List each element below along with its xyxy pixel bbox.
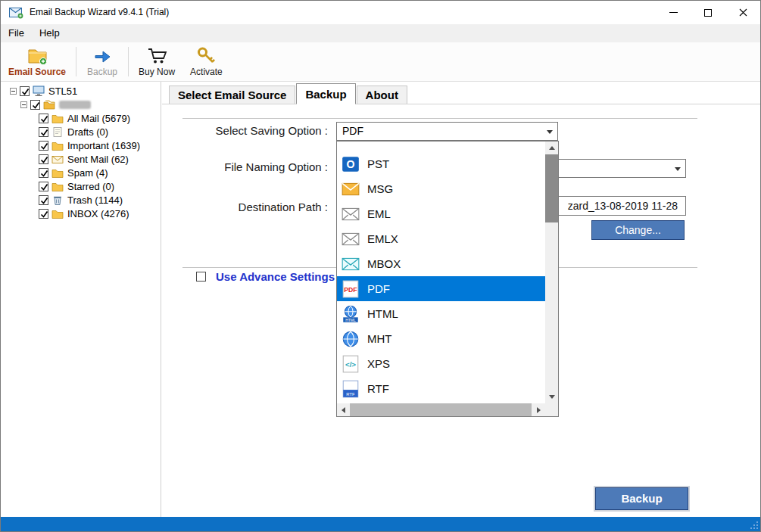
saving-option-label: Select Saving Option :	[182, 124, 328, 137]
dropdown-options: O PST MSG EML EMLX	[337, 142, 545, 403]
option-rtf[interactable]: RTF RTF	[337, 376, 545, 401]
chevron-down-icon	[675, 167, 681, 171]
minimize-icon	[669, 12, 678, 13]
activate-button[interactable]: Activate	[182, 42, 230, 81]
option-msg[interactable]: MSG	[337, 176, 545, 201]
option-label: HTML	[367, 307, 398, 320]
option-pst[interactable]: O PST	[337, 151, 545, 176]
scrollbar-corner	[545, 403, 558, 416]
note-icon	[51, 126, 64, 138]
folder-checkbox[interactable]	[39, 141, 48, 151]
folder-checkbox[interactable]	[39, 127, 48, 137]
option-label: EMLX	[367, 232, 398, 245]
option-mbox[interactable]: MBOX	[337, 251, 545, 276]
resize-grip[interactable]	[749, 520, 759, 530]
root-checkbox[interactable]	[20, 86, 30, 96]
html-icon: HTML	[341, 304, 360, 324]
vertical-scroll-thumb[interactable]	[545, 154, 558, 222]
arrow-up-icon	[549, 146, 555, 150]
option-mht[interactable]: MHT	[337, 326, 545, 351]
tab-select-email-source[interactable]: Select Email Source	[169, 86, 295, 104]
email-source-button[interactable]: Email Source	[1, 42, 73, 81]
backup-toolbar-label: Backup	[87, 67, 117, 77]
folder-checkbox[interactable]	[39, 168, 48, 178]
tab-backup[interactable]: Backup	[296, 83, 355, 104]
scroll-right-button[interactable]	[532, 403, 545, 416]
tree-root-row[interactable]: STL51	[10, 84, 77, 98]
cart-icon	[147, 45, 167, 66]
change-button[interactable]: Change...	[591, 220, 685, 240]
maximize-button[interactable]	[691, 1, 725, 24]
folder-checkbox[interactable]	[39, 154, 48, 164]
arrow-right-icon	[537, 407, 541, 413]
option-xps[interactable]: </> XPS	[337, 351, 545, 376]
option-pdf[interactable]: PDF PDF	[337, 276, 545, 301]
option-emlx[interactable]: EMLX	[337, 226, 545, 251]
email-source-label: Email Source	[8, 67, 66, 77]
folder-icon	[51, 167, 64, 179]
close-button[interactable]	[725, 1, 760, 24]
eml-icon	[341, 204, 360, 224]
pdf-icon: PDF	[341, 279, 360, 299]
folder-icon	[51, 208, 64, 219]
tree-folder-spam[interactable]: Spam (4)	[39, 166, 108, 179]
account-name-redacted	[59, 101, 91, 109]
scroll-up-button[interactable]	[545, 142, 558, 154]
horizontal-scrollbar[interactable]	[337, 403, 545, 416]
close-icon	[739, 8, 747, 17]
scroll-down-button[interactable]	[545, 390, 558, 403]
folders-stack-icon	[43, 99, 55, 110]
option-eml[interactable]: EML	[337, 201, 545, 226]
folder-icon	[51, 113, 64, 124]
vertical-scrollbar[interactable]	[545, 142, 558, 403]
tab-strip: Select Email Source Backup About	[162, 83, 760, 104]
advance-settings-checkbox[interactable]	[196, 272, 206, 282]
menu-help[interactable]: Help	[32, 24, 67, 42]
backup-toolbar-button[interactable]: Backup	[79, 42, 126, 81]
key-icon	[196, 45, 217, 66]
rtf-icon: RTF	[341, 379, 360, 399]
option-html[interactable]: HTML HTML	[337, 301, 545, 326]
option-label: XPS	[367, 357, 390, 370]
scroll-left-button[interactable]	[337, 403, 350, 416]
folder-checkbox[interactable]	[39, 182, 48, 191]
account-checkbox[interactable]	[30, 100, 40, 110]
mbox-icon	[341, 254, 360, 274]
minimize-button[interactable]	[656, 1, 691, 24]
menu-bar: File Help	[1, 24, 760, 42]
tree-folder-drafts[interactable]: Drafts (0)	[39, 125, 108, 138]
tab-about[interactable]: About	[357, 86, 407, 104]
saving-option-dropdown-list: O PST MSG EML EMLX	[336, 141, 559, 417]
svg-text:O: O	[347, 158, 355, 170]
tree-folder-trash[interactable]: Trash (1144)	[39, 193, 123, 207]
option-label: MHT	[367, 332, 392, 345]
option-label: RTF	[367, 382, 389, 395]
folder-checkbox[interactable]	[39, 209, 48, 219]
tree-folder-label: Drafts (0)	[67, 126, 108, 138]
status-bar	[1, 517, 760, 531]
tree-folder-sent-mail[interactable]: Sent Mail (62)	[39, 152, 129, 166]
saving-option-combobox[interactable]: PDF	[336, 122, 558, 141]
folder-icon	[51, 181, 64, 192]
folder-checkbox[interactable]	[39, 195, 48, 205]
toolbar-separator	[128, 47, 129, 76]
tree-folder-label: Sent Mail (62)	[67, 154, 129, 165]
menu-file[interactable]: File	[1, 24, 32, 42]
horizontal-scroll-thumb[interactable]	[350, 403, 532, 416]
collapse-icon[interactable]	[20, 101, 27, 108]
tree-folder-inbox[interactable]: INBOX (4276)	[39, 207, 129, 220]
tree-folder-important[interactable]: Important (1639)	[39, 138, 140, 152]
backup-button[interactable]: Backup	[595, 487, 688, 510]
buy-now-button[interactable]: Buy Now	[131, 42, 182, 81]
svg-text:PDF: PDF	[344, 286, 357, 294]
collapse-icon[interactable]	[10, 88, 17, 95]
folder-checkbox[interactable]	[39, 114, 48, 123]
tree-account-row[interactable]	[20, 98, 91, 111]
svg-text:RTF: RTF	[346, 391, 355, 396]
tree-folder-starred[interactable]: Starred (0)	[39, 179, 114, 193]
advance-settings-row: Use Advance Settings	[196, 270, 335, 283]
toolbar: Email Source Backup Buy Now Activate	[1, 42, 760, 82]
tree-folder-all-mail[interactable]: All Mail (5679)	[39, 111, 130, 125]
tree-folder-label: All Mail (5679)	[67, 113, 130, 124]
tree-folder-label: Trash (1144)	[67, 194, 123, 206]
